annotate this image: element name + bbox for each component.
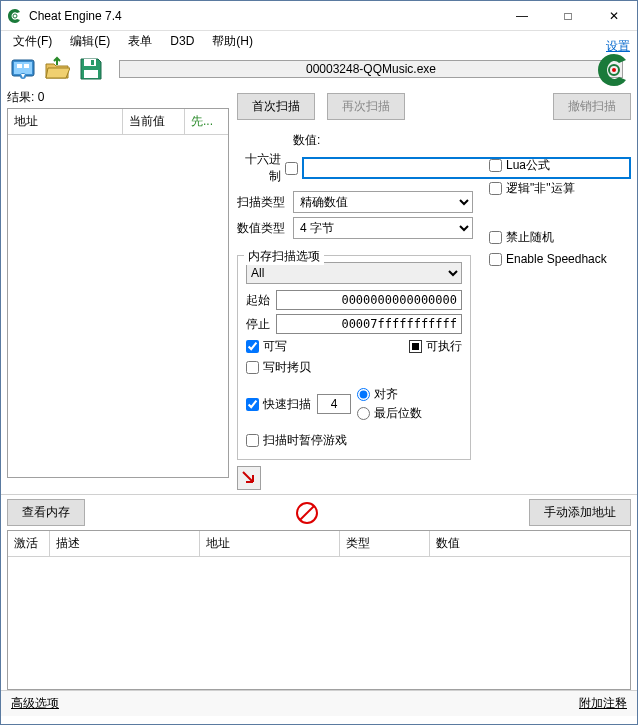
memory-scan-options-group: 内存扫描选项 All 起始 停止 可写 可执行 写时拷贝 快速扫描 对齐 最后位… <box>237 255 471 460</box>
align-radio[interactable]: 对齐 <box>357 386 422 403</box>
toolbar: 00003248-QQMusic.exe <box>1 51 637 87</box>
stop-label: 停止 <box>246 316 276 333</box>
svg-point-10 <box>612 68 616 72</box>
svg-rect-7 <box>91 60 94 65</box>
app-icon <box>7 8 23 24</box>
results-header: 地址 当前值 先... <box>8 109 228 135</box>
col-type[interactable]: 类型 <box>340 531 430 556</box>
process-name-bar[interactable]: 00003248-QQMusic.exe <box>119 60 623 78</box>
value-input[interactable] <box>302 157 631 179</box>
value-type-label: 数值类型 <box>237 220 293 237</box>
value-label: 数值: <box>293 132 631 149</box>
lua-formula-checkbox[interactable]: Lua公式 <box>489 157 575 174</box>
hex-checkbox[interactable] <box>285 162 298 175</box>
menu-file[interactable]: 文件(F) <box>5 31 60 52</box>
mid-toolbar: 查看内存 手动添加地址 <box>1 494 637 530</box>
svg-rect-8 <box>84 70 98 78</box>
enable-speedhack-checkbox[interactable]: Enable Speedhack <box>489 252 607 266</box>
advanced-options-link[interactable]: 高级选项 <box>11 695 59 712</box>
menu-table[interactable]: 表单 <box>120 31 160 52</box>
col-desc[interactable]: 描述 <box>50 531 200 556</box>
svg-rect-4 <box>24 64 29 68</box>
value-type-select[interactable]: 4 字节 <box>293 217 473 239</box>
fast-scan-checkbox[interactable]: 快速扫描 <box>246 396 311 413</box>
col-current[interactable]: 当前值 <box>123 109 185 134</box>
address-list-header: 激活 描述 地址 类型 数值 <box>8 531 630 557</box>
close-button[interactable]: ✕ <box>591 1 637 31</box>
svg-point-0 <box>13 14 17 18</box>
start-label: 起始 <box>246 292 276 309</box>
col-addr[interactable]: 地址 <box>200 531 340 556</box>
mem-options-legend: 内存扫描选项 <box>244 248 324 265</box>
no-entry-icon[interactable] <box>296 502 318 524</box>
open-process-icon[interactable] <box>7 53 39 85</box>
col-previous[interactable]: 先... <box>185 109 228 134</box>
process-name-label: 00003248-QQMusic.exe <box>306 62 436 76</box>
settings-link[interactable]: 设置 <box>606 38 630 55</box>
results-count-label: 结果: 0 <box>7 87 229 108</box>
memory-region-select[interactable]: All <box>246 262 462 284</box>
save-icon[interactable] <box>75 53 107 85</box>
undo-scan-button[interactable]: 撤销扫描 <box>553 93 631 120</box>
menu-edit[interactable]: 编辑(E) <box>62 31 118 52</box>
results-table[interactable]: 地址 当前值 先... <box>7 108 229 478</box>
logic-not-checkbox[interactable]: 逻辑"非"运算 <box>489 180 575 197</box>
fast-scan-value-input[interactable] <box>317 394 351 414</box>
menu-help[interactable]: 帮助(H) <box>204 31 261 52</box>
menu-d3d[interactable]: D3D <box>162 32 202 50</box>
first-scan-button[interactable]: 首次扫描 <box>237 93 315 120</box>
address-list-table[interactable]: 激活 描述 地址 类型 数值 <box>7 530 631 690</box>
view-memory-button[interactable]: 查看内存 <box>7 499 85 526</box>
next-scan-button[interactable]: 再次扫描 <box>327 93 405 120</box>
minimize-button[interactable]: — <box>499 1 545 31</box>
col-active[interactable]: 激活 <box>8 531 50 556</box>
col-value[interactable]: 数值 <box>430 531 630 556</box>
executable-checkbox[interactable]: 可执行 <box>409 338 462 355</box>
last-digits-radio[interactable]: 最后位数 <box>357 405 422 422</box>
add-address-manually-button[interactable]: 手动添加地址 <box>529 499 631 526</box>
pause-on-scan-checkbox[interactable]: 扫描时暂停游戏 <box>246 432 462 449</box>
table-extras-link[interactable]: 附加注释 <box>579 695 627 712</box>
svg-rect-6 <box>84 59 96 66</box>
disable-random-checkbox[interactable]: 禁止随机 <box>489 229 607 246</box>
titlebar: Cheat Engine 7.4 — □ ✕ <box>1 1 637 31</box>
maximize-button[interactable]: □ <box>545 1 591 31</box>
scan-type-select[interactable]: 精确数值 <box>293 191 473 213</box>
menubar: 文件(F) 编辑(E) 表单 D3D 帮助(H) <box>1 31 637 51</box>
scan-type-label: 扫描类型 <box>237 194 293 211</box>
open-file-icon[interactable] <box>41 53 73 85</box>
svg-rect-2 <box>14 62 32 74</box>
stop-address-input[interactable] <box>276 314 462 334</box>
start-address-input[interactable] <box>276 290 462 310</box>
writable-checkbox[interactable]: 可写 <box>246 338 287 355</box>
copy-on-write-checkbox[interactable]: 写时拷贝 <box>246 359 462 376</box>
svg-rect-3 <box>17 64 22 68</box>
col-address[interactable]: 地址 <box>8 109 123 134</box>
bottom-bar: 高级选项 附加注释 <box>1 690 637 716</box>
ce-logo-icon[interactable] <box>595 51 633 89</box>
add-to-list-arrow-button[interactable] <box>237 466 261 490</box>
window-title: Cheat Engine 7.4 <box>29 9 499 23</box>
hex-label: 十六进制 <box>237 151 285 185</box>
